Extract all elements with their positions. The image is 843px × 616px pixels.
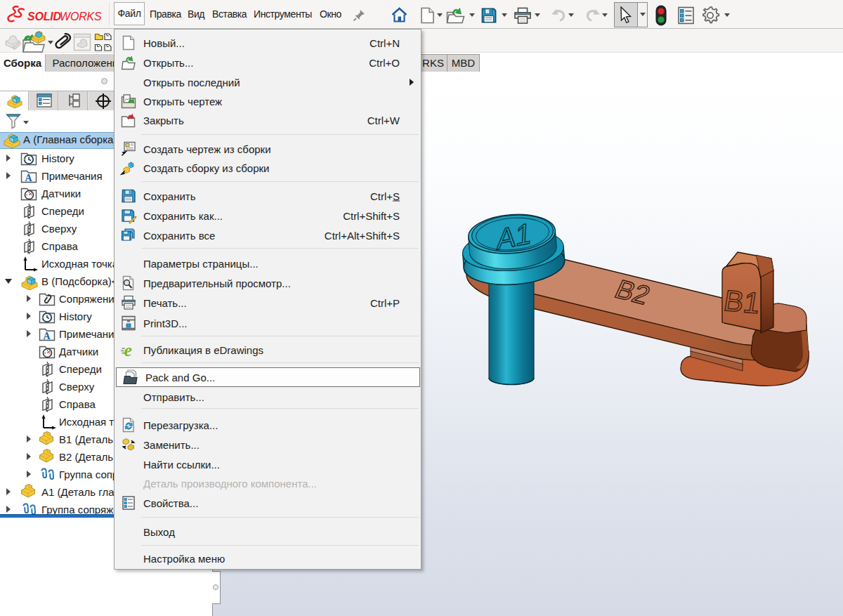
svg-text:A: A (25, 173, 33, 183)
svg-text:B1: B1 (721, 284, 763, 320)
svg-text:WORKS: WORKS (60, 11, 102, 22)
svg-text:SOLID: SOLID (27, 11, 62, 22)
svg-text:A1: A1 (496, 216, 532, 256)
svg-text:e: e (124, 341, 132, 358)
svg-text:A: A (44, 331, 51, 341)
